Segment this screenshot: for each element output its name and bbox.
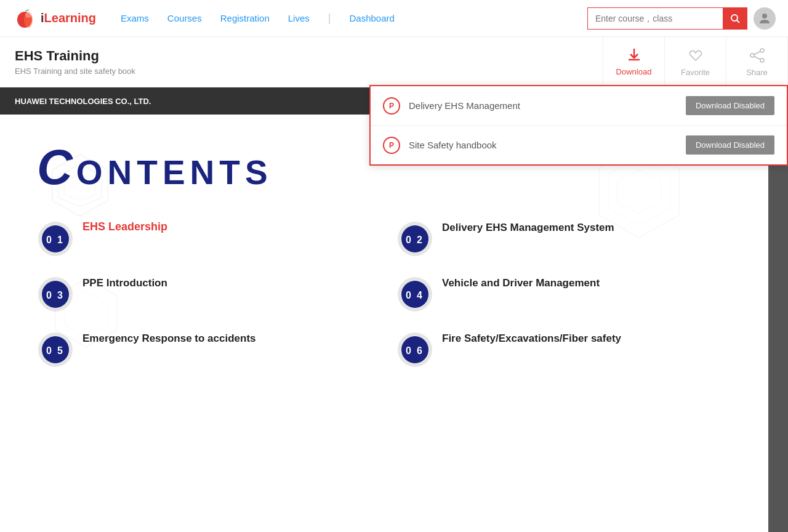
file-icon-2: P — [383, 137, 400, 154]
hex-bg-topleft — [43, 151, 117, 225]
document-view: CONTENTS 0 1 — [0, 115, 768, 532]
right-sidebar — [768, 115, 788, 532]
svg-line-4 — [737, 20, 739, 23]
svg-point-5 — [762, 14, 767, 18]
search-area — [587, 7, 776, 30]
contents-page: CONTENTS 0 1 — [37, 139, 731, 368]
share-icon — [749, 47, 766, 64]
course-header: EHS Training EHS Training and site safet… — [0, 37, 788, 87]
svg-text:6: 6 — [417, 345, 422, 356]
item-text-1: EHS Leadership — [82, 220, 372, 233]
logo-text: iLearning — [41, 11, 96, 25]
number-circle-6-inner: 0 6 — [401, 336, 429, 364]
nav-exams[interactable]: Exams — [121, 13, 149, 23]
file-icon-inner-2: P — [389, 141, 394, 150]
dropdown-item-1: P Delivery EHS Management Download Disab… — [371, 86, 787, 126]
svg-text:0: 0 — [46, 290, 52, 300]
number-container-2: 0 2 — [396, 220, 433, 257]
contents-item-6: 0 6 Fire Safety/Excavations/Fiber safety — [396, 331, 731, 368]
search-icon — [730, 13, 741, 24]
item-title-4: Vehicle and Driver Management — [442, 276, 731, 291]
course-title: EHS Training — [15, 48, 588, 64]
nav-dashboard[interactable]: Dashboard — [349, 13, 394, 23]
main-content: CONTENTS 0 1 — [0, 115, 788, 532]
svg-text:0: 0 — [46, 345, 52, 356]
course-subtitle: EHS Training and site safety book — [15, 66, 588, 76]
number-circle-1-inner: 0 1 — [41, 225, 70, 253]
number-container-6: 0 6 — [396, 331, 433, 368]
number-circle-4-inner: 0 4 — [401, 280, 429, 308]
header: iLearning Exams Courses Registration Liv… — [0, 0, 788, 37]
item-title-1: EHS Leadership — [82, 220, 372, 233]
search-button[interactable] — [723, 7, 747, 30]
file-icon-1: P — [383, 97, 400, 115]
number-container-3: 0 3 — [37, 276, 74, 313]
company-name: HUAWEI TECHNOLOGIES CO., LTD. — [15, 97, 151, 106]
svg-point-6 — [760, 49, 764, 52]
svg-point-3 — [731, 15, 738, 21]
course-actions: Download Favorite Share — [603, 37, 788, 87]
svg-marker-18 — [65, 173, 95, 201]
number-circle-3-inner: 0 3 — [41, 280, 70, 308]
nav-courses[interactable]: Courses — [167, 13, 202, 23]
svg-point-7 — [750, 54, 754, 57]
number-circle-5-inner: 0 5 — [41, 336, 70, 364]
download-disabled-btn-2[interactable]: Download Disabled — [686, 135, 774, 155]
search-input[interactable] — [587, 7, 723, 30]
share-button[interactable]: Share — [726, 37, 788, 87]
logo-icon — [12, 6, 37, 31]
nav-registration[interactable]: Registration — [220, 13, 270, 23]
logo[interactable]: iLearning — [12, 6, 96, 31]
svg-text:0: 0 — [46, 235, 52, 245]
download-disabled-btn-1[interactable]: Download Disabled — [686, 96, 774, 115]
share-label: Share — [746, 68, 768, 77]
svg-text:1: 1 — [57, 235, 63, 245]
nav: Exams Courses Registration Lives | Dashb… — [121, 12, 587, 25]
svg-text:0: 0 — [406, 235, 411, 245]
number-container-5: 0 5 — [37, 331, 74, 368]
contents-item-4: 0 4 Vehicle and Driver Management — [396, 276, 731, 313]
download-label: Download — [616, 67, 652, 76]
number-container-1: 0 1 — [37, 220, 74, 257]
user-icon — [757, 11, 772, 26]
file-icon-inner-1: P — [389, 102, 394, 110]
svg-text:0: 0 — [406, 345, 411, 356]
svg-line-10 — [754, 57, 760, 60]
item-title-6: Fire Safety/Excavations/Fiber safety — [442, 331, 731, 346]
dropdown-filename-1: Delivery EHS Management — [409, 100, 686, 111]
dropdown-filename-2: Site Safety handbook — [409, 140, 686, 150]
number-container-4: 0 4 — [396, 276, 433, 313]
favorite-label: Favorite — [681, 68, 710, 77]
contents-item-1: 0 1 EHS Leadership — [37, 220, 372, 257]
svg-text:2: 2 — [417, 235, 422, 245]
svg-line-9 — [754, 52, 760, 55]
svg-text:4: 4 — [417, 290, 422, 300]
svg-text:3: 3 — [57, 290, 63, 300]
svg-text:5: 5 — [57, 345, 63, 356]
nav-separator: | — [328, 12, 331, 25]
favorite-icon — [687, 47, 704, 64]
number-circle-2-inner: 0 2 — [401, 225, 429, 253]
svg-point-8 — [760, 58, 764, 62]
item-text-4: Vehicle and Driver Management — [442, 276, 731, 291]
favorite-button[interactable]: Favorite — [665, 37, 726, 87]
avatar[interactable] — [754, 7, 776, 30]
download-icon — [625, 46, 643, 63]
item-text-6: Fire Safety/Excavations/Fiber safety — [442, 331, 731, 346]
download-dropdown: P Delivery EHS Management Download Disab… — [369, 85, 788, 166]
svg-marker-13 — [617, 170, 661, 213]
course-title-area: EHS Training EHS Training and site safet… — [0, 37, 603, 87]
download-button[interactable]: Download — [603, 37, 665, 87]
nav-lives[interactable]: Lives — [288, 13, 310, 23]
svg-text:0: 0 — [406, 290, 411, 300]
svg-point-2 — [25, 12, 31, 18]
dropdown-item-2: P Site Safety handbook Download Disabled — [371, 126, 787, 164]
